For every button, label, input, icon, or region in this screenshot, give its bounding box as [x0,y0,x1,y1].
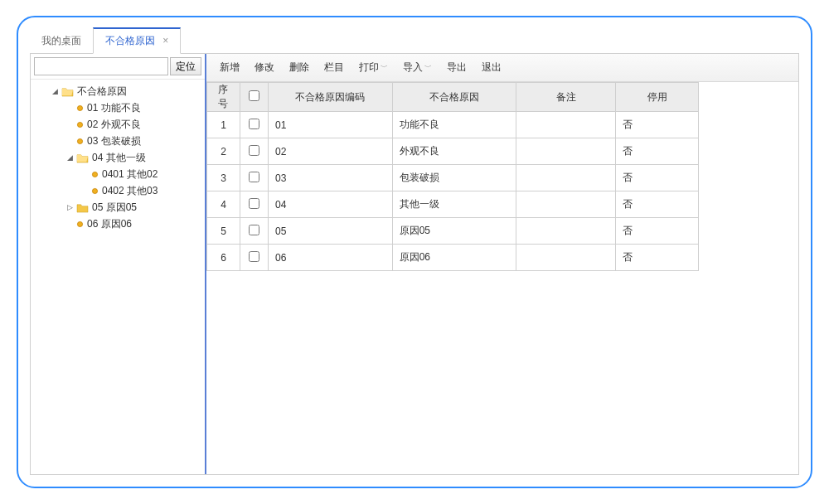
print-button[interactable]: 打印 ﹀ [359,61,388,75]
tab-reject-reason[interactable]: 不合格原因 × [93,27,181,54]
tree-label: 02 外观不良 [87,118,141,132]
cell-reason: 外观不良 [392,138,516,165]
cell-note [516,245,616,271]
folder-open-icon [61,86,74,97]
tree-node-03[interactable]: 03 包装破损 [36,133,205,149]
tree-label: 不合格原因 [77,85,127,99]
cell-stop: 否 [616,245,699,271]
add-button[interactable]: 新增 [220,61,240,75]
cell-check [240,112,268,138]
tree-node-01[interactable]: 01 功能不良 [36,99,205,116]
col-note[interactable]: 备注 [516,83,616,112]
cell-note [516,218,616,245]
cell-seq: 6 [207,245,240,271]
tree-label: 03 包装破损 [87,134,141,148]
col-seq[interactable]: 序号 [207,83,240,112]
cell-check [240,138,268,165]
cell-note [516,138,616,165]
toolbar: 新增 修改 删除 栏目 打印 ﹀ 导入 ﹀ 导出 退出 [206,54,798,82]
exit-button[interactable]: 退出 [482,61,502,75]
tree-label: 05 原因05 [92,201,137,215]
svg-point-3 [92,172,97,177]
tree-node-02[interactable]: 02 外观不良 [36,116,205,133]
row-checkbox[interactable] [249,119,259,129]
cell-check [240,218,268,245]
edit-button[interactable]: 修改 [255,61,274,75]
svg-point-1 [77,122,82,127]
cell-reason: 其他一级 [392,191,516,218]
cell-stop: 否 [616,165,699,191]
export-button[interactable]: 导出 [447,61,467,75]
row-checkbox[interactable] [249,198,259,209]
cell-note [516,165,616,191]
cell-check [240,191,268,218]
sidebar: 定位 ◢ 不合格原因 01 功能不良 0 [31,54,206,474]
tab-label: 不合格原因 [105,35,155,46]
row-checkbox[interactable] [249,172,259,182]
tab-bar: 我的桌面 不合格原因 × [30,29,799,54]
column-button[interactable]: 栏目 [324,61,344,75]
cell-seq: 4 [207,191,240,218]
cell-check [240,245,268,271]
workarea: 定位 ◢ 不合格原因 01 功能不良 0 [30,54,799,475]
bullet-icon [91,187,99,195]
cell-stop: 否 [616,112,699,138]
table-row[interactable]: 303包装破损否 [207,165,699,191]
row-checkbox[interactable] [249,251,259,262]
cell-code: 02 [268,138,392,165]
print-label: 打印 [359,61,379,75]
tree-node-0401[interactable]: 0401 其他02 [36,166,205,182]
bullet-icon [76,104,84,112]
row-checkbox[interactable] [249,145,259,156]
tree-node-05[interactable]: ▷ 05 原因05 [36,199,205,216]
tab-desktop[interactable]: 我的桌面 [30,29,93,53]
tree: ◢ 不合格原因 01 功能不良 02 外观不良 [31,80,205,474]
cell-code: 04 [268,191,392,218]
table-row[interactable]: 606原因06否 [207,245,699,271]
select-all-checkbox[interactable] [249,90,259,101]
chevron-down-icon: ﹀ [381,62,388,73]
cell-reason: 原因06 [392,245,516,271]
locate-input[interactable] [34,57,168,75]
cell-reason: 包装破损 [392,165,516,191]
table-row[interactable]: 101功能不良否 [207,112,699,138]
bullet-icon [76,121,84,128]
close-icon[interactable]: × [162,35,168,46]
tree-node-06[interactable]: 06 原因06 [36,216,205,232]
cell-seq: 2 [207,138,240,165]
delete-button[interactable]: 删除 [289,61,309,75]
tree-root[interactable]: ◢ 不合格原因 [36,83,205,99]
cell-seq: 3 [207,165,240,191]
bullet-icon [76,138,84,145]
locate-button[interactable]: 定位 [170,57,201,75]
expander-closed-icon[interactable]: ▷ [65,203,75,212]
data-table: 序号 不合格原因编码 不合格原因 备注 停用 101功能不良否202外观不良否3… [206,82,699,271]
locate-bar: 定位 [31,54,205,80]
col-check[interactable] [240,83,268,112]
tree-node-04[interactable]: ◢ 04 其他一级 [36,149,205,166]
tab-label: 我的桌面 [41,35,81,46]
tree-label: 04 其他一级 [92,151,146,165]
folder-closed-icon [76,202,89,213]
col-code[interactable]: 不合格原因编码 [268,83,392,112]
import-button[interactable]: 导入 ﹀ [403,61,432,75]
tree-node-0402[interactable]: 0402 其他03 [36,182,205,199]
data-grid: 序号 不合格原因编码 不合格原因 备注 停用 101功能不良否202外观不良否3… [206,82,798,474]
cell-code: 03 [268,165,392,191]
table-row[interactable]: 505原因05否 [207,218,699,245]
cell-code: 05 [268,218,392,245]
expander-open-icon[interactable]: ◢ [51,87,60,96]
tree-label: 0402 其他03 [102,184,158,198]
col-stop[interactable]: 停用 [616,83,699,112]
expander-open-icon[interactable]: ◢ [65,153,75,162]
import-label: 导入 [403,61,423,75]
cell-stop: 否 [616,138,699,165]
col-reason[interactable]: 不合格原因 [392,83,516,112]
table-row[interactable]: 404其他一级否 [207,191,699,218]
bullet-icon [76,220,84,228]
cell-code: 01 [268,112,392,138]
table-row[interactable]: 202外观不良否 [207,138,699,165]
cell-seq: 5 [207,218,240,245]
tree-label: 01 功能不良 [87,101,141,115]
row-checkbox[interactable] [249,225,259,235]
